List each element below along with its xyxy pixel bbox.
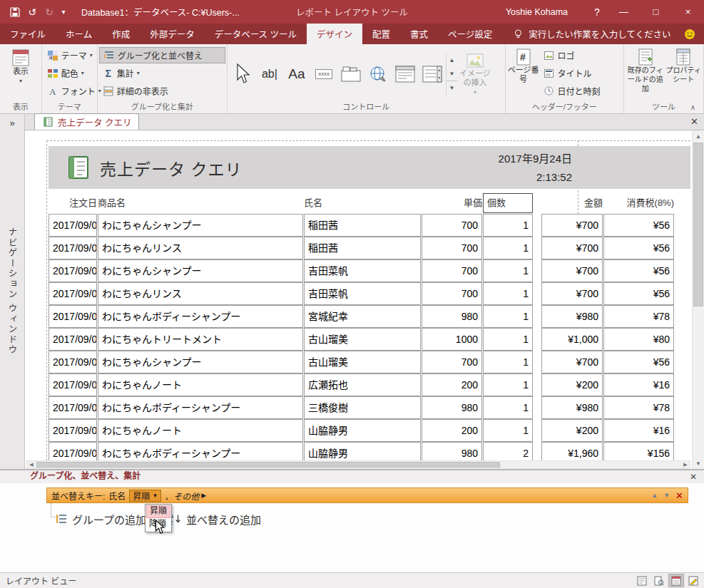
totals-button[interactable]: Σ 集計▾	[99, 65, 225, 81]
table-cell[interactable]: ¥56	[603, 237, 674, 259]
table-cell[interactable]: 2017/09/03	[49, 282, 97, 305]
table-cell[interactable]: 980	[422, 396, 482, 419]
select-tool-icon[interactable]	[229, 54, 256, 94]
save-icon[interactable]	[7, 4, 23, 20]
table-cell[interactable]: わにちゃんトリートメント	[98, 328, 303, 351]
table-cell[interactable]: 山脇静男	[304, 419, 421, 442]
table-cell[interactable]: ¥700	[541, 237, 603, 259]
subform-control-icon[interactable]	[392, 54, 419, 94]
table-cell[interactable]: 200	[422, 419, 482, 442]
tab-配置[interactable]: 配置	[362, 24, 400, 44]
table-cell[interactable]: 980	[422, 442, 482, 461]
table-cell[interactable]: わにちゃんシャンプー	[98, 259, 303, 282]
column-header-name[interactable]: 氏名	[304, 195, 421, 212]
add-group-button[interactable]: グループの追加	[56, 510, 146, 527]
move-up-icon[interactable]: ▲	[651, 492, 658, 499]
table-cell[interactable]: 700	[422, 237, 482, 259]
table-cell[interactable]: わにちゃんリンス	[98, 282, 303, 305]
tab-データベース ツール[interactable]: データベース ツール	[205, 24, 307, 44]
table-cell[interactable]: 2017/09/02	[49, 442, 97, 461]
table-cell[interactable]: ¥1,000	[541, 328, 603, 351]
close-pane-icon[interactable]: ✕	[690, 471, 697, 483]
table-cell[interactable]: 山脇静男	[304, 442, 421, 461]
table-cell[interactable]: 吉田菜帆	[304, 282, 421, 305]
table-cell[interactable]: わにちゃんボディーシャンプー	[98, 396, 303, 419]
table-cell[interactable]: 700	[422, 351, 482, 373]
table-cell[interactable]: 1	[483, 373, 533, 396]
hyperlink-control-icon[interactable]	[364, 54, 392, 94]
colors-button[interactable]: 配色▾	[44, 65, 96, 81]
table-cell[interactable]: 1	[483, 282, 533, 305]
table-cell[interactable]: 2	[483, 442, 533, 461]
menu-item-ascending[interactable]: 昇順	[146, 505, 170, 518]
tab-外部データ[interactable]: 外部データ	[140, 24, 205, 44]
table-cell[interactable]: ¥700	[541, 282, 603, 305]
column-header-product[interactable]: 商品名	[98, 195, 303, 212]
collapse-ribbon-icon[interactable]: ∧	[690, 103, 695, 111]
table-cell[interactable]: 1	[483, 237, 533, 259]
table-cell[interactable]: 700	[422, 259, 482, 282]
report-date[interactable]: 2017年9月24日	[499, 150, 572, 168]
view-button[interactable]: 表示 ▾	[1, 46, 40, 102]
table-cell[interactable]: 2017/09/03	[49, 396, 97, 419]
table-cell[interactable]: ¥16	[603, 419, 674, 442]
report-time[interactable]: 2:13:52	[499, 168, 572, 187]
add-existing-fields-button[interactable]: 既存のフィールドの追加	[626, 46, 665, 102]
table-cell[interactable]: わにちゃんリンス	[98, 237, 303, 259]
hide-details-button[interactable]: 詳細の非表示	[99, 83, 225, 99]
logo-button[interactable]: ロゴ	[540, 47, 604, 63]
table-cell[interactable]: 宮城紀幸	[304, 305, 421, 328]
table-cell[interactable]: 広瀬拓也	[304, 373, 421, 396]
tab-書式[interactable]: 書式	[400, 24, 438, 44]
move-down-icon[interactable]: ▼	[663, 492, 670, 499]
account-name[interactable]: Yoshie Kohama	[506, 7, 568, 17]
table-cell[interactable]: ¥56	[603, 259, 674, 282]
table-cell[interactable]: 2017/09/03	[49, 351, 97, 373]
table-cell[interactable]: 2017/09/06	[49, 373, 97, 396]
sort-field[interactable]: 氏名	[108, 490, 126, 502]
column-header-tax[interactable]: 消費税(8%)	[603, 195, 674, 212]
table-cell[interactable]: 1	[483, 351, 533, 373]
table-cell[interactable]: わにちゃんシャンプー	[98, 214, 303, 237]
column-header-quantity-selected[interactable]: 個数	[483, 193, 533, 213]
table-cell[interactable]: 稲田茜	[304, 214, 421, 237]
table-cell[interactable]: 700	[422, 214, 482, 237]
tab-control-icon[interactable]	[337, 54, 364, 94]
table-cell[interactable]: 980	[422, 305, 482, 328]
horizontal-scroll-thumb[interactable]	[36, 462, 500, 468]
scroll-right-icon[interactable]: ▶	[681, 461, 690, 468]
horizontal-scrollbar[interactable]: ◀ ▶	[26, 460, 690, 469]
tab-ホーム[interactable]: ホーム	[56, 24, 102, 44]
table-cell[interactable]: ¥980	[541, 305, 603, 328]
report-view-button[interactable]	[634, 574, 650, 587]
sort-more-options[interactable]: 、その他 ▶	[165, 490, 206, 502]
table-cell[interactable]: わにちゃんボディーシャンプー	[98, 305, 303, 328]
table-cell[interactable]: ¥700	[541, 259, 603, 282]
tab-作成[interactable]: 作成	[102, 24, 140, 44]
table-cell[interactable]: 稲田茜	[304, 237, 421, 259]
table-cell[interactable]: 古山瑠美	[304, 351, 421, 373]
undo-icon[interactable]: ↺	[24, 4, 40, 20]
vertical-scroll-thumb[interactable]	[693, 143, 703, 306]
themes-button[interactable]: a テーマ▾	[44, 47, 96, 63]
table-cell[interactable]: ¥200	[541, 373, 603, 396]
table-cell[interactable]: ¥56	[603, 282, 674, 305]
table-cell[interactable]: 2017/09/02	[49, 305, 97, 328]
table-cell[interactable]: 古山瑠美	[304, 328, 421, 351]
textbox-control-icon[interactable]: ab|	[256, 54, 283, 94]
table-cell[interactable]: 700	[422, 282, 482, 305]
minimize-button[interactable]: —	[608, 0, 640, 24]
controls-gallery-scroll[interactable]: ▲ ▼ ▼	[446, 53, 457, 95]
add-sort-button[interactable]: AZ 並べ替えの追加	[170, 510, 261, 527]
table-cell[interactable]: 1	[483, 328, 533, 351]
page-numbers-button[interactable]: # ページ番号	[507, 46, 540, 102]
sort-order-dropdown[interactable]: 昇順 ▼	[129, 490, 161, 502]
scroll-up-icon[interactable]: ▲	[693, 130, 704, 142]
maximize-button[interactable]: □	[640, 0, 672, 24]
expand-nav-pane-icon[interactable]: »	[0, 114, 24, 128]
qat-customize-icon[interactable]: ▾	[58, 4, 68, 20]
button-control-icon[interactable]: xxxx	[310, 54, 337, 94]
table-cell[interactable]: ¥700	[541, 351, 603, 373]
table-cell[interactable]: ¥200	[541, 419, 603, 442]
table-cell[interactable]: 三橋俊樹	[304, 396, 421, 419]
